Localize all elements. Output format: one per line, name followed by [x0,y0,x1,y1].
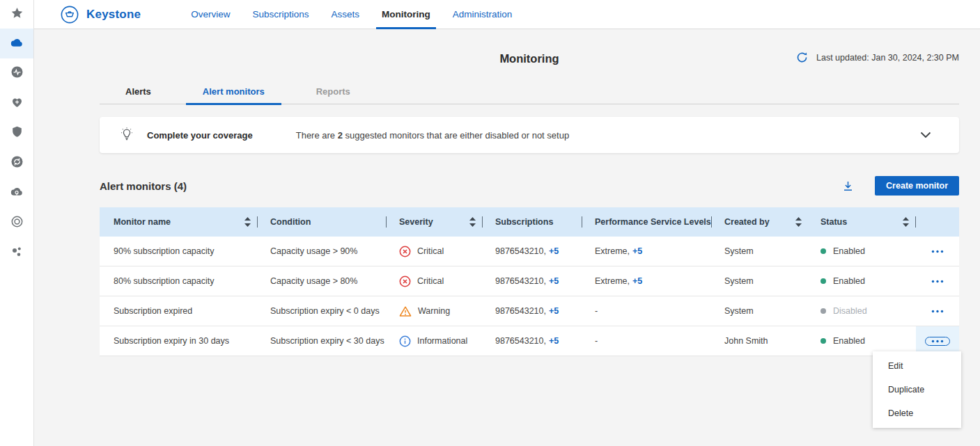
sort-icon[interactable] [903,217,909,227]
cloud-icon [10,38,23,50]
health-plus-icon [11,97,23,111]
ellipsis-icon[interactable] [931,280,944,283]
row-actions-button[interactable] [916,266,959,296]
sidebar-item-topology[interactable] [0,238,33,268]
table-row: 80% subscription capacity Capacity usage… [100,266,959,296]
subscriptions-more-link[interactable]: +5 [549,306,559,316]
status-dot [820,248,826,254]
psl-more-link[interactable]: +5 [632,276,642,286]
banner-title: Complete your coverage [147,130,253,141]
severity-label: Critical [417,276,444,286]
table-row: Subscription expiry in 30 days Subscript… [100,326,959,356]
nav-item-subscriptions[interactable]: Subscriptions [241,0,320,29]
chevron-down-icon[interactable] [920,132,931,138]
suggested-count: 2 [338,130,343,141]
severity-label: Warning [418,306,450,316]
sort-icon[interactable] [469,217,476,227]
cell-status: Disabled [808,296,916,326]
col-created-by: Created by [712,207,808,237]
status-dot [820,278,826,284]
tab-alerts[interactable]: Alerts [109,86,168,105]
ellipsis-icon[interactable] [931,250,944,253]
sidebar-item-recovery[interactable] [0,148,33,178]
tab-reports[interactable]: Reports [300,86,367,105]
col-severity: Severity [387,207,483,237]
col-actions [916,207,959,237]
col-performance-service-levels: Performance Service Levels [582,207,712,237]
col-status: Status [808,207,916,237]
banner-message: There are 2 suggested monitors that are … [296,130,569,141]
table-row: 90% subscription capacity Capacity usage… [100,237,959,266]
subscriptions-more-link[interactable]: +5 [549,246,559,256]
nav-item-monitoring[interactable]: Monitoring [371,0,442,29]
cell-status: Enabled [808,266,916,296]
cell-monitor-name: Subscription expired [100,296,258,326]
cell-psl: Extreme,+5 [582,237,712,266]
warning-icon [399,305,412,317]
activity-icon [11,66,23,81]
cell-severity: Critical [387,266,483,296]
last-updated-text: Last updated: Jan 30, 2024, 2:30 PM [816,53,959,63]
cell-subscriptions: 9876543210,+5 [483,326,582,356]
ellipsis-icon[interactable] [931,310,944,313]
tab-alert-monitors[interactable]: Alert monitors [186,86,281,105]
nav-item-assets[interactable]: Assets [320,0,371,29]
cell-created-by: System [712,266,808,296]
menu-item-duplicate[interactable]: Duplicate [873,378,961,401]
cell-psl: - [582,296,712,326]
cell-created-by: System [712,296,808,326]
status-dot [820,308,826,314]
create-monitor-button[interactable]: Create monitor [875,176,959,196]
row-actions-button[interactable] [916,237,959,266]
monitoring-tabs: Alerts Alert monitors Reports [100,82,959,104]
col-monitor-name: Monitor name [100,207,258,237]
table-header-row: Monitor name Condition Severity Subscrip… [100,207,959,237]
list-heading: Alert monitors (4) [100,180,187,192]
cluster-icon [11,246,22,260]
refresh-icon[interactable] [795,51,809,64]
sidebar-item-security[interactable] [0,118,33,148]
informational-icon [399,335,411,347]
cell-severity: Warning [387,296,483,326]
sidebar-item-cloud-security[interactable] [0,178,33,208]
nav-item-administration[interactable]: Administration [442,0,524,29]
main-nav: Overview Subscriptions Assets Monitoring… [180,0,523,29]
row-actions-button[interactable] [916,296,959,326]
cell-condition: Capacity usage > 90% [258,237,387,266]
ellipsis-active-pill[interactable] [925,337,950,346]
cell-created-by: John Smith [712,326,808,356]
menu-item-delete[interactable]: Delete [873,401,961,425]
sidebar-item-activity[interactable] [0,58,33,88]
recovery-icon [11,156,23,170]
sort-icon[interactable] [244,217,251,227]
sidebar-item-health[interactable] [0,88,33,118]
cell-severity: Critical [387,237,483,266]
critical-icon [399,246,411,257]
menu-item-edit[interactable]: Edit [873,354,961,378]
cloud-lock-icon [10,186,23,200]
subscriptions-more-link[interactable]: +5 [549,336,559,346]
last-updated: Last updated: Jan 30, 2024, 2:30 PM [795,51,959,64]
top-header: Keystone Overview Subscriptions Assets M… [34,0,980,29]
row-context-menu: Edit Duplicate Delete [873,351,961,428]
sidebar-item-favorites[interactable] [0,0,33,29]
sidebar-item-compliance[interactable] [0,208,33,238]
severity-label: Informational [417,336,467,346]
cell-psl: - [582,326,712,356]
lightbulb-icon [120,127,134,144]
subscriptions-more-link[interactable]: +5 [549,276,559,286]
cell-psl: Extreme,+5 [582,266,712,296]
psl-more-link[interactable]: +5 [632,246,642,256]
col-subscriptions: Subscriptions [483,207,582,237]
sort-icon[interactable] [795,217,802,227]
sidebar-item-cloud-subscriptions[interactable] [0,29,33,58]
table-row: Subscription expired Subscription expiry… [100,296,959,326]
shield-icon [12,126,22,141]
cell-subscriptions: 9876543210,+5 [483,296,582,326]
nav-item-overview[interactable]: Overview [180,0,241,29]
cell-created-by: System [712,237,808,266]
main-content: Monitoring Last updated: Jan 30, 2024, 2… [34,29,980,446]
cell-condition: Capacity usage > 80% [258,266,387,296]
download-icon[interactable] [842,180,854,192]
cell-status: Enabled [808,237,916,266]
